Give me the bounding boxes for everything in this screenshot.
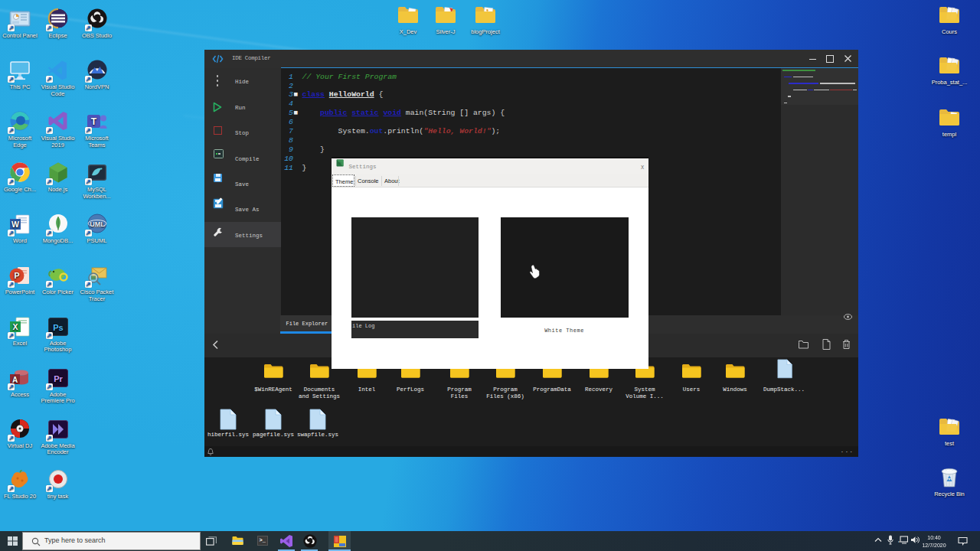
svg-text:T: T	[90, 116, 96, 127]
svg-text:W: W	[11, 220, 19, 229]
svg-text:X: X	[12, 322, 18, 331]
svg-text:Ps: Ps	[53, 322, 63, 331]
svg-text:UML: UML	[90, 220, 105, 228]
svg-text:Pr: Pr	[54, 373, 63, 383]
svg-text:A: A	[12, 375, 18, 383]
svg-text:P: P	[14, 271, 19, 280]
